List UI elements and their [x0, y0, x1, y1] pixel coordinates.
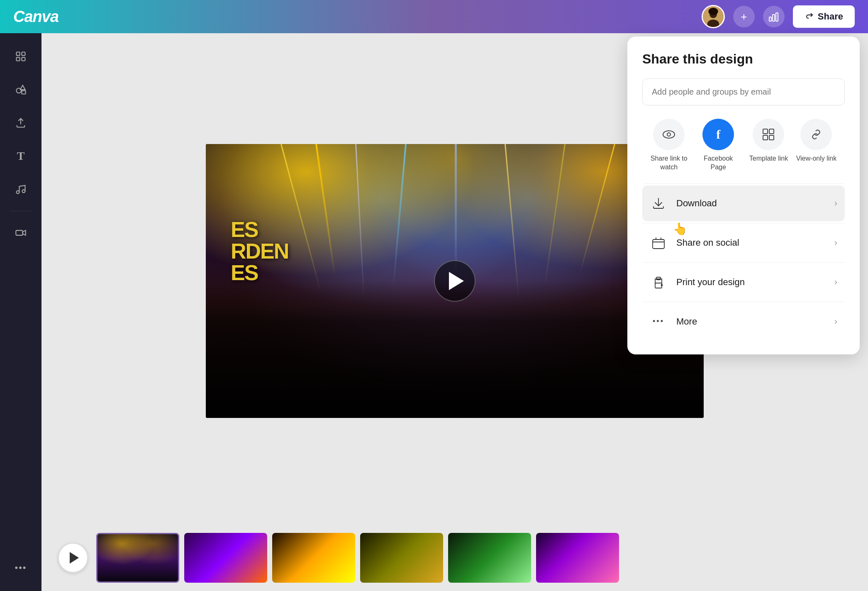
divider-2 [642, 223, 845, 223]
timeline-thumb-2[interactable] [184, 533, 267, 583]
timeline-thumb-5[interactable] [448, 533, 531, 583]
social-icon-wrap [650, 234, 667, 252]
timeline-thumb-4[interactable] [360, 533, 443, 583]
timeline-thumb-1[interactable] [96, 533, 179, 583]
viewonly-label: View-only link [796, 154, 837, 163]
more-dots-icon: ••• [15, 562, 27, 573]
svg-rect-21 [763, 135, 768, 140]
menu-item-download[interactable]: Download › [642, 186, 845, 221]
sidebar-item-more[interactable]: ••• [6, 553, 36, 583]
facebook-label: Facebook Page [695, 154, 741, 172]
timeline-thumb-6[interactable] [536, 533, 619, 583]
timeline-play-icon [70, 552, 79, 564]
svg-point-14 [17, 191, 20, 194]
print-icon [652, 276, 665, 289]
svg-point-2 [707, 20, 719, 28]
sidebar-item-upload[interactable] [6, 108, 36, 138]
thumb-bg-2 [184, 533, 267, 583]
svg-point-17 [663, 131, 675, 138]
text-icon: T [17, 149, 25, 163]
stage-text: ESRDENES [231, 219, 288, 283]
print-chevron: › [834, 277, 837, 288]
timeline-scroll[interactable] [96, 533, 851, 583]
share-option-viewonly[interactable]: View-only link [796, 119, 837, 172]
video-icon [15, 227, 27, 239]
elements-icon [15, 84, 27, 95]
download-chevron: › [834, 198, 837, 209]
share-option-template[interactable]: Template link [749, 119, 788, 172]
share-icon [805, 12, 814, 21]
thumb-bg-3 [272, 533, 355, 583]
topbar: Canva + Share [0, 0, 868, 33]
sidebar-item-video[interactable] [6, 218, 36, 248]
svg-rect-13 [22, 90, 25, 94]
share-button[interactable]: Share [793, 5, 855, 28]
upload-icon [15, 117, 27, 129]
menu-item-more[interactable]: ••• More › [642, 304, 845, 339]
watch-label: Share link towatch [651, 154, 688, 172]
thumb-bg-1 [98, 534, 178, 581]
timeline [41, 525, 868, 591]
facebook-icon-circle: f [702, 119, 734, 150]
download-icon [652, 197, 665, 210]
watch-icon-circle [653, 119, 685, 150]
email-input[interactable] [642, 78, 845, 105]
play-button[interactable] [434, 260, 475, 302]
topbar-right: + Share [702, 5, 855, 28]
svg-rect-19 [763, 129, 768, 134]
timeline-play-button[interactable] [58, 543, 88, 573]
sidebar-item-text[interactable]: T [6, 141, 36, 171]
link-icon [809, 127, 823, 142]
share-option-facebook[interactable]: f Facebook Page [695, 119, 741, 172]
share-option-watch[interactable]: Share link towatch [651, 119, 688, 172]
template-label: Template link [749, 154, 788, 163]
menu-item-social[interactable]: Share on social › [642, 225, 845, 261]
share-panel: Share this design Share link towatch f F… [627, 37, 860, 354]
svg-rect-8 [22, 52, 25, 56]
divider-1 [642, 183, 845, 184]
sidebar-item-elements[interactable] [6, 75, 36, 105]
print-label: Print your design [676, 277, 825, 288]
sidebar-item-grid[interactable] [6, 42, 36, 71]
svg-rect-4 [769, 17, 771, 21]
social-label: Share on social [676, 237, 825, 248]
download-label: Download [676, 198, 825, 209]
viewonly-icon-circle [800, 119, 832, 150]
download-icon-wrap [650, 195, 667, 212]
template-icon-circle [753, 119, 784, 150]
analytics-button[interactable] [763, 6, 785, 27]
svg-rect-23 [653, 239, 664, 249]
audio-icon [15, 183, 27, 195]
facebook-icon: f [716, 127, 720, 142]
plus-icon: + [741, 10, 747, 23]
svg-rect-25 [656, 277, 661, 280]
menu-item-print[interactable]: Print your design › [642, 264, 845, 300]
svg-rect-5 [773, 15, 775, 21]
more-dots-menu-icon: ••• [653, 317, 664, 326]
social-icon [652, 236, 665, 249]
timeline-thumb-3[interactable] [272, 533, 355, 583]
more-label: More [676, 316, 825, 327]
svg-point-15 [22, 190, 25, 193]
sidebar: T ••• [0, 33, 41, 591]
social-chevron: › [834, 237, 837, 248]
sidebar-item-audio[interactable] [6, 174, 36, 204]
svg-rect-10 [22, 57, 25, 61]
thumb-bg-4 [360, 533, 443, 583]
svg-marker-12 [20, 85, 25, 90]
more-chevron: › [834, 316, 837, 327]
play-triangle-icon [449, 272, 464, 290]
eye-icon [662, 127, 676, 142]
sidebar-divider [10, 211, 31, 211]
share-panel-title: Share this design [642, 51, 845, 67]
avatar-image [703, 5, 724, 28]
svg-point-26 [661, 284, 663, 286]
svg-rect-9 [17, 57, 20, 61]
divider-3 [642, 262, 845, 263]
avatar[interactable] [702, 5, 725, 28]
share-button-label: Share [818, 11, 843, 22]
svg-rect-22 [769, 135, 774, 140]
svg-rect-16 [16, 230, 22, 235]
canva-logo: Canva [13, 8, 702, 26]
add-button[interactable]: + [733, 6, 755, 27]
